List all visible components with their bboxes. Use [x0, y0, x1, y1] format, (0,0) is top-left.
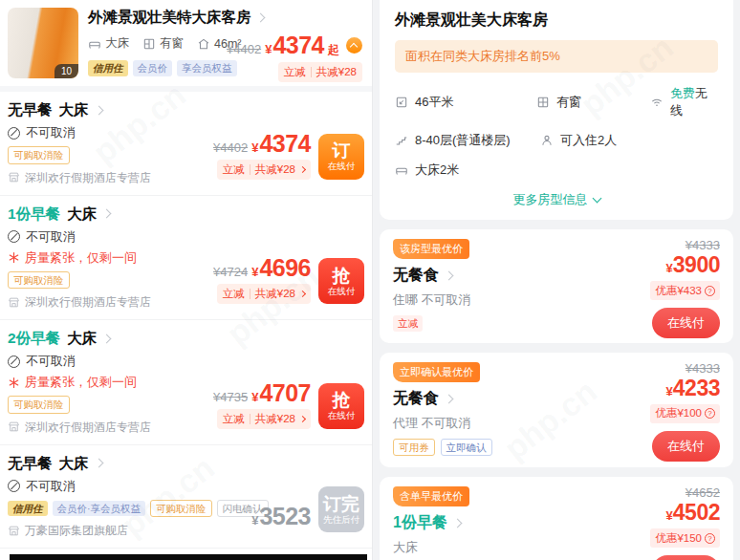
- flower-icon: [8, 377, 20, 389]
- rate-price-block: ¥4652 ¥4502 优惠¥150? 在线付: [650, 485, 720, 560]
- room-offer-2: 1份早餐 大床 不可取消 房量紧张，仅剩一间 可购取消险 深圳欢行假期酒店专营店…: [0, 195, 372, 320]
- original-price: ¥4735: [213, 390, 248, 404]
- cancel-policy: 不可取消: [8, 478, 364, 495]
- collapse-chevron-up-icon[interactable]: [346, 37, 362, 54]
- original-price: ¥4333: [650, 361, 720, 376]
- scarcity-warning: 房量紧张，仅剩一间: [8, 374, 364, 391]
- store-name: 深圳欢行假期酒店专营店: [8, 170, 364, 185]
- member-price-tag: 会员价: [133, 60, 173, 76]
- discount-badge[interactable]: 立减共减¥28: [217, 409, 311, 429]
- more-room-info-link[interactable]: 更多房型信息: [395, 191, 718, 208]
- discount-badge[interactable]: 立减共减¥28: [217, 284, 311, 304]
- area-feature: 46平米: [395, 94, 536, 111]
- store-icon: [8, 420, 20, 433]
- bottom-bar: [10, 554, 367, 560]
- chevron-right-icon: [299, 291, 306, 297]
- room-photo[interactable]: 10: [8, 8, 78, 78]
- store-icon: [8, 171, 20, 183]
- occupancy-feature: 可入住2人: [540, 132, 617, 149]
- chevron-down-icon: [592, 194, 601, 204]
- store-icon: [8, 525, 20, 537]
- no-cancel-icon: [8, 127, 20, 140]
- offer-title[interactable]: 2份早餐 大床: [8, 329, 364, 348]
- original-price: ¥4402: [227, 42, 261, 56]
- chevron-right-icon: [94, 105, 103, 115]
- question-circle-icon: ?: [705, 408, 715, 419]
- rate-card-3: 含单早最优价 1份早餐 大床 代理 不可取消 天天特价 可用券 立即确认 ¥46…: [380, 477, 733, 560]
- discount-badge[interactable]: 立减共减¥28: [217, 160, 311, 180]
- photo-count-badge: 10: [54, 64, 78, 78]
- saving-badge[interactable]: 优惠¥100?: [650, 404, 720, 423]
- cancel-insurance-tag: 可购取消险: [8, 146, 70, 164]
- wifi-icon: [650, 96, 664, 109]
- no-cancel-icon: [8, 480, 20, 492]
- rate-card-2: 立即确认最优价 无餐食 代理 不可取消 可用券 立即确认 ¥4333 ¥4233…: [380, 353, 733, 468]
- credit-stay-tag: 信用住: [8, 501, 48, 517]
- cancel-policy: 不可取消: [8, 353, 364, 370]
- discount-badge: 立减共减¥28: [278, 62, 362, 82]
- no-cancel-icon: [8, 230, 20, 243]
- question-circle-icon: ?: [705, 286, 715, 296]
- window-feature: 有窗: [536, 94, 650, 111]
- original-price: ¥4724: [213, 265, 248, 279]
- store-name: 万豪国际集团旗舰店: [8, 523, 364, 538]
- chevron-right-icon: [94, 459, 103, 468]
- rate-price: 4233: [673, 376, 720, 400]
- rate-price: 4502: [673, 500, 720, 525]
- room-offer-3: 2份早餐 大床 不可取消 房量紧张，仅剩一间 可购取消险 深圳欢行假期酒店专营店…: [0, 319, 372, 444]
- book-button[interactable]: 订 在线付: [318, 134, 364, 180]
- room-type-title-text: 外滩景观壮美特大床客房: [88, 8, 251, 28]
- pay-online-button[interactable]: 在线付: [652, 431, 720, 462]
- bed-type-label: 大床: [67, 329, 97, 348]
- pay-online-button[interactable]: 在线付: [652, 555, 720, 560]
- wifi-feature: 免费无线: [650, 85, 718, 119]
- cancel-insurance-tag: 可购取消险: [150, 500, 212, 518]
- saving-badge[interactable]: 优惠¥150?: [650, 528, 720, 548]
- grab-button[interactable]: 抢 在线付: [318, 383, 364, 429]
- detail-feature-row-2: 8-40层(普通楼层) 可入住2人: [395, 132, 718, 149]
- member-benefit-tag: 会员价·享会员权益: [53, 501, 146, 517]
- chevron-right-icon: [255, 13, 265, 23]
- detail-feature-row-3: 大床2米: [395, 162, 718, 179]
- chevron-right-icon: [102, 209, 112, 219]
- meal-label: 2份早餐: [8, 329, 60, 348]
- rate-card-1: 该房型最优价 无餐食 住哪 不可取消 立减 ¥4333 ¥3900 优惠¥433…: [380, 229, 733, 343]
- cancel-insurance-tag: 可购取消险: [8, 271, 70, 290]
- chevron-right-icon: [102, 334, 112, 343]
- chevron-right-icon: [445, 271, 454, 281]
- saving-badge[interactable]: 优惠¥433?: [650, 281, 720, 300]
- bed-type-label: 大床: [59, 100, 89, 119]
- area-icon: [395, 96, 408, 109]
- grab-button[interactable]: 抢 在线付: [318, 258, 364, 304]
- window-feature: 有窗: [142, 35, 184, 52]
- meal-label: 无早餐: [8, 454, 53, 473]
- original-price: ¥4333: [650, 238, 720, 252]
- window-icon: [536, 96, 550, 109]
- hotel-room-list-page: 10 外滩景观壮美特大床客房 大床 有窗: [0, 0, 740, 560]
- offer-title[interactable]: 1份早餐 大床: [8, 205, 364, 224]
- window-icon: [142, 37, 156, 51]
- cancel-policy: 不可取消: [8, 124, 364, 141]
- room-type-title[interactable]: 外滩景观壮美特大床客房: [88, 8, 364, 28]
- instant-discount-tag: 立减: [393, 315, 423, 332]
- price-from-suffix: 起: [328, 42, 339, 58]
- chevron-right-icon: [452, 519, 462, 528]
- offer-title[interactable]: 无早餐 大床: [8, 100, 364, 119]
- bed-type-label: 大床: [67, 205, 97, 224]
- room-type-header: 10 外滩景观壮美特大床客房 大床 有窗: [0, 0, 372, 86]
- no-cancel-icon: [8, 355, 20, 368]
- offer-title[interactable]: 无早餐 大床: [8, 454, 364, 473]
- room-offer-4: 无早餐 大床 不可取消 信用住 会员价·享会员权益 可购取消险 闪电确认 万豪国…: [0, 444, 372, 549]
- offer-price: 4696: [259, 255, 311, 280]
- cancel-policy: 不可取消: [8, 228, 364, 246]
- offer-tags-row: 信用住 会员价·享会员权益 可购取消险 闪电确认: [8, 500, 364, 518]
- store-name: 深圳欢行假期酒店专营店: [8, 420, 364, 435]
- sold-out-button: 订完 先住后付: [318, 486, 364, 532]
- chevron-right-icon: [299, 165, 306, 172]
- left-panel: 10 外滩景观壮美特大床客房 大床 有窗: [0, 0, 373, 560]
- meal-label: 无早餐: [8, 100, 53, 119]
- store-icon: [8, 296, 20, 309]
- credit-stay-tag: 信用住: [88, 60, 128, 76]
- pay-online-button[interactable]: 在线付: [652, 308, 720, 338]
- question-circle-icon: ?: [705, 533, 715, 544]
